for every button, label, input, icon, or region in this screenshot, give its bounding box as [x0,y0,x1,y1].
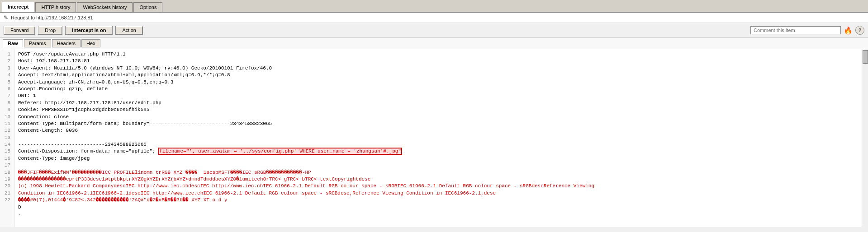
sub-tab-bar: Raw Params Headers Hex [0,38,868,49]
line-num: 16 [2,155,12,162]
tab-http-history[interactable]: HTTP history [35,2,76,12]
code-line: Content-Disposition: form-data; name="up… [18,148,864,155]
line-num: 13 [2,135,12,141]
code-line-binary: ���JFIF����ExifMM*����������ICC_PROFILEl… [18,169,864,176]
fire-icon: 🔥 [844,26,853,35]
code-line: Content-Type: multipart/form-data; bound… [18,121,864,127]
tab-options[interactable]: Options [133,2,162,12]
sub-tab-hex[interactable]: Hex [81,39,100,47]
toolbar-right: 🔥 ? [750,26,864,35]
line-num: 6 [2,86,12,93]
line-num: 20 [2,183,12,190]
code-line: Content-Type: image/jpeg [18,155,864,162]
line-num: 18 [2,169,12,176]
code-line: Content-Length: 8036 [18,127,864,134]
code-line: Connection: close [18,114,864,121]
line-num: 2 [2,58,12,65]
code-line-binary: ����������������cprtP333desclwtptbkptrXY… [18,176,864,183]
content-area[interactable]: 12345678910111213141516171819202122 POST… [0,49,868,227]
line-num: 5 [2,79,12,86]
action-button[interactable]: Action [115,26,143,35]
help-button[interactable]: ? [855,26,864,35]
request-info: Request to http://192.168.217.128:81 [11,15,93,20]
line-num: 9 [2,107,12,113]
scrollbar-thumb[interactable] [863,50,868,64]
line-num: 8 [2,100,12,107]
code-line: Accept-Encoding: gzip, deflate [18,86,864,93]
code-line: -----------------------------23434588823… [18,141,864,148]
code-content[interactable]: POST /user/updateAvatar.php HTTP/1.1Host… [14,49,868,227]
sub-tab-raw[interactable]: Raw [3,39,23,47]
highlight-text: filename="', user_avatar = '../sys/confi… [158,148,402,155]
line-num: 22 [2,197,12,204]
edit-icon: ✎ [4,14,8,21]
code-line [18,218,864,224]
code-line: Accept: text/html,application/xhtml+xml,… [18,72,864,79]
code-line-binary: Condition in IEC61966-2.1IEC61966-2.1des… [18,190,864,197]
comment-input[interactable] [750,26,841,34]
code-line: User-Agent: Mozilla/5.0 (Windows NT 10.0… [18,65,864,72]
line-num: 11 [2,121,12,127]
code-line: Referer: http://192.168.217.128:81/user/… [18,100,864,107]
sub-tab-headers[interactable]: Headers [52,39,81,47]
line-num: 4 [2,72,12,79]
line-num: 17 [2,162,12,169]
toolbar: Forward Drop Intercept is on Action 🔥 ? [0,23,868,38]
scrollbar[interactable] [862,49,868,227]
line-num: 3 [2,65,12,72]
tab-intercept[interactable]: Intercept [2,2,34,12]
line-num: 12 [2,127,12,134]
forward-button[interactable]: Forward [4,26,35,35]
code-line: DNT: 1 [18,93,864,99]
drop-button[interactable]: Drop [38,26,62,35]
line-num: 15 [2,148,12,155]
line-num: 14 [2,141,12,148]
intercept-toggle-button[interactable]: Intercept is on [65,26,113,35]
code-line-binary: (c) 1998 Hewlett-Packard CompanydescIEC … [18,183,864,190]
line-numbers: 12345678910111213141516171819202122 [0,49,14,227]
code-line: D [18,204,864,211]
code-line [18,135,864,141]
line-num: 7 [2,93,12,99]
code-line: POST /user/updateAvatar.php HTTP/1.1 [18,51,864,58]
code-line-binary: ����#0(7),01444�'9=82<.342�����������!2A… [18,197,864,204]
code-line [18,162,864,169]
tab-bar: Intercept HTTP history WebSockets histor… [0,0,868,13]
line-num: 19 [2,176,12,183]
code-line: Accept-Language: zh-CN,zh;q=0.8,en-US;q=… [18,79,864,86]
code-line: . [18,211,864,218]
code-line: Host: 192.168.217.128:81 [18,58,864,65]
code-line: Cookie: PHPSESSID=1jcqph62dgdcb0c6os5fhi… [18,107,864,113]
sub-tab-params[interactable]: Params [24,39,51,47]
line-num: 1 [2,51,12,58]
info-bar: ✎ Request to http://192.168.217.128:81 [0,13,868,23]
line-num: 10 [2,114,12,121]
tab-websockets-history[interactable]: WebSockets history [77,2,133,12]
line-num: 21 [2,190,12,197]
